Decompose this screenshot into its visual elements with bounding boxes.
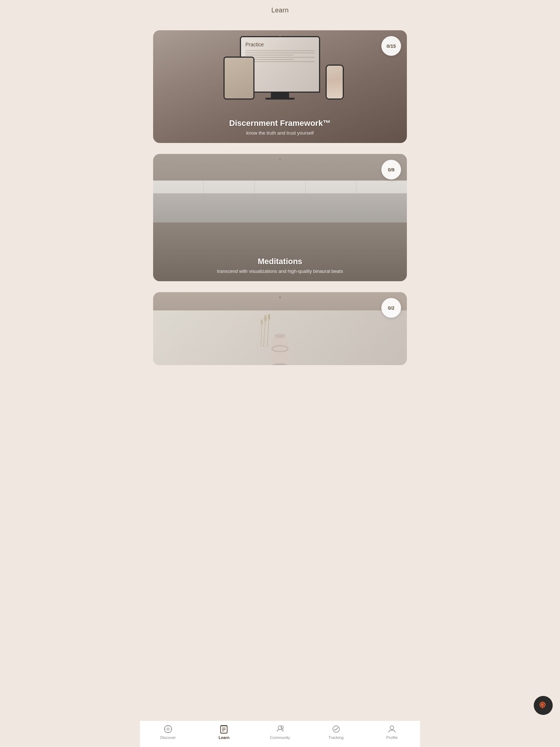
pillow-container — [153, 181, 407, 222]
course-card-discernment[interactable]: Practice — [153, 30, 407, 143]
card-title-meditations: Meditations — [160, 257, 400, 266]
discover-label: Discover — [160, 735, 176, 740]
card-title-discernment: Discernment Framework™ — [160, 119, 400, 128]
card-subtitle-discernment: know the truth and trust yourself — [160, 130, 400, 136]
page-title: Learn — [271, 7, 289, 14]
card-dot-indicator — [279, 35, 281, 36]
svg-point-13 — [167, 728, 169, 730]
card-dot-indicator — [279, 297, 281, 298]
nav-item-community[interactable]: Community — [252, 724, 308, 740]
course-card-third[interactable]: 0/2 — [153, 292, 407, 365]
card-subtitle-meditations: transcend with visualizations and high-q… — [160, 268, 400, 274]
tablet-mockup — [223, 57, 254, 100]
svg-point-6 — [275, 334, 285, 338]
phone-mockup — [326, 65, 344, 100]
progress-badge-meditations: 0/9 — [381, 160, 401, 179]
progress-badge-discernment: 0/15 — [381, 36, 401, 56]
progress-badge-third: 0/2 — [381, 298, 401, 318]
line — [245, 55, 294, 55]
vase-scene — [153, 310, 407, 365]
tablet-screen — [225, 58, 253, 98]
monitor-base — [265, 98, 295, 100]
card-content-meditations: Meditations transcend with visualization… — [153, 249, 407, 281]
svg-point-4 — [268, 314, 270, 320]
line — [245, 53, 315, 53]
tracking-label: Tracking — [328, 735, 344, 740]
svg-point-5 — [261, 319, 263, 325]
learn-icon — [219, 724, 229, 734]
phone-image — [327, 79, 343, 98]
blanket — [153, 193, 407, 222]
line — [245, 61, 315, 62]
svg-line-0 — [264, 318, 265, 347]
card-dot-indicator — [279, 158, 281, 160]
profile-label: Profile — [386, 735, 398, 740]
discover-icon — [163, 724, 173, 734]
devices-visual: Practice — [153, 30, 407, 111]
card-content-discernment: Discernment Framework™ know the truth an… — [153, 111, 407, 143]
nav-item-tracking[interactable]: Tracking — [308, 724, 364, 740]
svg-line-2 — [261, 321, 262, 347]
monitor-title: Practice — [245, 42, 315, 47]
line — [245, 57, 315, 58]
svg-point-25 — [390, 726, 394, 729]
svg-point-23 — [281, 726, 283, 728]
monitor-lines — [245, 50, 315, 62]
bottom-navigation: Discover Learn Community — [140, 720, 420, 747]
phone-screen — [327, 66, 343, 98]
vase-svg — [244, 314, 316, 365]
main-content: Practice — [140, 19, 420, 402]
nav-item-discover[interactable]: Discover — [140, 724, 196, 740]
community-icon — [275, 724, 285, 734]
nav-item-profile[interactable]: Profile — [364, 724, 420, 740]
profile-icon — [387, 724, 397, 734]
learn-label: Learn — [218, 735, 229, 740]
tracking-icon — [331, 724, 341, 734]
svg-point-3 — [264, 315, 267, 322]
header: Learn — [140, 0, 420, 19]
course-card-meditations[interactable]: 0/9 Meditations transcend with visualiza… — [153, 154, 407, 281]
meditation-visual — [153, 154, 407, 249]
svg-line-1 — [267, 316, 269, 347]
monitor-stand — [271, 93, 289, 98]
community-label: Community — [270, 735, 290, 740]
nav-item-learn[interactable]: Learn — [196, 724, 252, 740]
line — [245, 50, 315, 51]
